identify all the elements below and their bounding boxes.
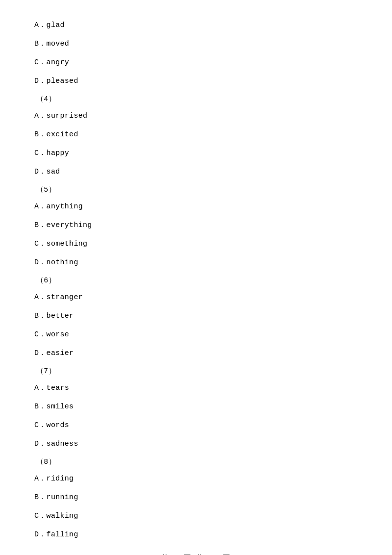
option-a-glad: A．glad xyxy=(34,20,358,31)
option-c-walking: C．walking xyxy=(34,510,358,522)
option-d-pleased: D．pleased xyxy=(34,76,358,87)
section-label-6: （6） xyxy=(34,276,358,285)
section-label-7: （7） xyxy=(34,366,358,376)
section-5: （5） A．anything B．everything C．something … xyxy=(34,185,358,269)
option-c-something: C．something xyxy=(34,238,358,250)
page-content: A．glad B．moved C．angry D．pleased （4） A．s… xyxy=(0,0,392,555)
option-b-moved: B．moved xyxy=(34,38,358,50)
option-c-worse: C．worse xyxy=(34,329,358,341)
option-b-running: B．running xyxy=(34,492,358,504)
option-a-anything: A．anything xyxy=(34,201,358,213)
section-label-4: （4） xyxy=(34,94,358,103)
option-c-words: C．words xyxy=(34,420,358,431)
option-c-angry: C．angry xyxy=(34,57,358,69)
section-7: （7） A．tears B．smiles C．words D．sadness xyxy=(34,366,358,450)
section-8: （8） A．riding B．running C．walking D．falli… xyxy=(34,457,358,541)
option-b-smiles: B．smiles xyxy=(34,401,358,413)
section-4: （4） A．surprised B．excited C．happy D．sad xyxy=(34,94,358,178)
section-label-8: （8） xyxy=(34,457,358,466)
section-0: A．glad B．moved C．angry D．pleased xyxy=(34,20,358,87)
section-label-5: （5） xyxy=(34,185,358,194)
option-d-sadness: D．sadness xyxy=(34,438,358,450)
option-d-falling: D．falling xyxy=(34,529,358,541)
option-d-sad: D．sad xyxy=(34,166,358,178)
option-b-better: B．better xyxy=(34,310,358,322)
option-c-happy: C．happy xyxy=(34,148,358,159)
option-d-easier: D．easier xyxy=(34,348,358,359)
option-d-nothing: D．nothing xyxy=(34,257,358,269)
option-a-tears: A．tears xyxy=(34,382,358,394)
section-6: （6） A．stranger B．better C．worse D．easier xyxy=(34,276,358,359)
option-a-surprised: A．surprised xyxy=(34,110,358,122)
option-a-stranger: A．stranger xyxy=(34,292,358,303)
option-b-excited: B．excited xyxy=(34,129,358,141)
option-b-everything: B．everything xyxy=(34,220,358,231)
option-a-riding: A．riding xyxy=(34,473,358,485)
